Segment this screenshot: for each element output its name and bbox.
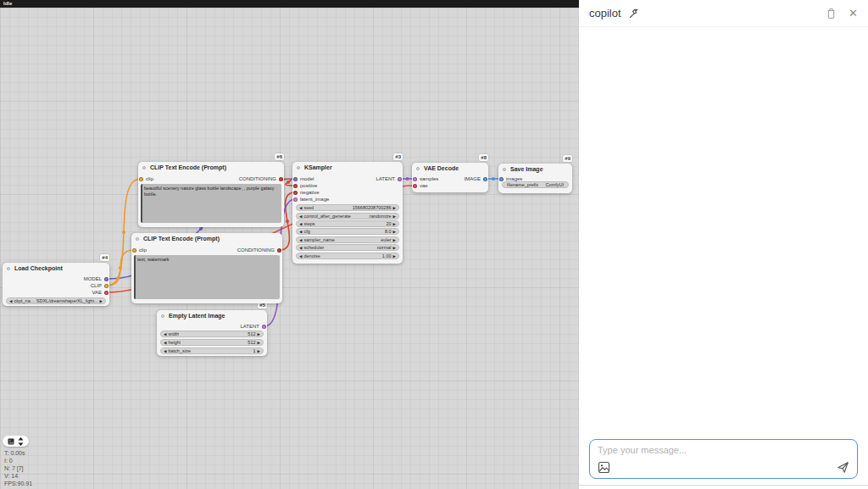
widget-value: 1.00 bbox=[382, 253, 392, 258]
widget-right-arrow[interactable]: ▶ bbox=[100, 299, 103, 303]
slot-dot-icon[interactable] bbox=[277, 248, 281, 253]
node-save-image[interactable]: Save Imageimagesfilename_prefixComfyUI bbox=[498, 164, 572, 193]
stat-nodes: N: 7 [7] bbox=[4, 464, 32, 472]
stat-version: V: 14 bbox=[4, 472, 32, 480]
widget-left-arrow[interactable]: ◀ bbox=[164, 332, 166, 336]
input-slot-clip[interactable]: clip bbox=[132, 247, 147, 253]
output-slot-LATENT[interactable]: LATENT bbox=[240, 323, 266, 330]
slot-dot-icon[interactable] bbox=[104, 277, 108, 281]
send-button[interactable] bbox=[837, 461, 849, 474]
slot-label: MODEL bbox=[84, 275, 102, 282]
node-canvas[interactable]: Idle Load CheckpointMODELCLIPVAE◀ckpt_na… bbox=[0, 0, 579, 489]
widget-width[interactable]: ◀width512▶ bbox=[160, 331, 264, 337]
input-slot-latent_image[interactable]: latent_image bbox=[293, 196, 329, 203]
widget-left-arrow[interactable]: ◀ bbox=[299, 214, 302, 219]
slot-dot-icon[interactable] bbox=[398, 177, 402, 181]
widget-left-arrow[interactable]: ◀ bbox=[164, 349, 166, 353]
widget-filename_prefix[interactable]: filename_prefixComfyUI bbox=[502, 181, 569, 188]
widget-right-arrow[interactable]: ▶ bbox=[393, 254, 396, 258]
output-slot-CONDITIONING[interactable]: CONDITIONING bbox=[237, 247, 281, 253]
stat-fps: FPS:90.91 bbox=[4, 480, 32, 487]
widget-seed[interactable]: ◀seed156680208700286▶ bbox=[296, 204, 399, 211]
updown-arrows-icon[interactable] bbox=[18, 437, 24, 446]
slot-dot-icon[interactable] bbox=[413, 184, 417, 188]
output-slot-IMAGE[interactable]: IMAGE bbox=[465, 175, 487, 182]
widget-cfg[interactable]: ◀cfg8.0▶ bbox=[296, 228, 399, 235]
input-slot-clip[interactable]: clip bbox=[139, 175, 153, 182]
widget-sampler_name[interactable]: ◀sampler_nameeuler▶ bbox=[296, 236, 399, 243]
output-slot-LATENT[interactable]: LATENT bbox=[376, 175, 402, 182]
widget-right-arrow[interactable]: ▶ bbox=[258, 341, 260, 345]
slot-dot-icon[interactable] bbox=[293, 191, 298, 195]
slot-dot-icon[interactable] bbox=[279, 177, 283, 181]
slot-dot-icon[interactable] bbox=[104, 284, 108, 288]
prompt-textarea[interactable]: beautiful scenery nature glass bottle la… bbox=[141, 184, 281, 223]
widget-right-arrow[interactable]: ▶ bbox=[258, 349, 260, 353]
node-vae-decode[interactable]: VAE DecodesamplesvaeIMAGE bbox=[412, 163, 488, 192]
widget-steps[interactable]: ◀steps20▶ bbox=[296, 220, 399, 227]
chat-input-box[interactable]: Type your message... bbox=[589, 439, 858, 479]
slot-dot-icon[interactable] bbox=[293, 177, 298, 181]
widget-right-arrow[interactable]: ▶ bbox=[393, 206, 396, 210]
input-slot-negative[interactable]: negative bbox=[293, 189, 320, 196]
status-label: Idle bbox=[3, 1, 12, 6]
widget-value: normal bbox=[377, 245, 392, 250]
widget-right-arrow[interactable]: ▶ bbox=[393, 222, 396, 226]
output-slot-MODEL[interactable]: MODEL bbox=[84, 275, 108, 282]
widget-left-arrow[interactable]: ◀ bbox=[299, 246, 302, 250]
image-preview-icon[interactable] bbox=[8, 438, 14, 445]
widget-left-arrow[interactable]: ◀ bbox=[299, 222, 302, 226]
node-load-checkpoint[interactable]: Load CheckpointMODELCLIPVAE◀ckpt_nameSDX… bbox=[3, 263, 109, 306]
widget-left-arrow[interactable]: ◀ bbox=[164, 341, 166, 345]
widget-batch_size[interactable]: ◀batch_size1▶ bbox=[160, 347, 264, 354]
widget-right-arrow[interactable]: ▶ bbox=[393, 230, 396, 234]
output-slot-CONDITIONING[interactable]: CONDITIONING bbox=[239, 175, 283, 182]
node-clip-text-encode-negative[interactable]: CLIP Text Encode (Prompt)clipCONDITIONIN… bbox=[131, 233, 282, 303]
clear-chat-button[interactable] bbox=[826, 8, 837, 19]
prompt-textarea[interactable]: text, watermark bbox=[134, 255, 280, 299]
widget-label: scheduler bbox=[303, 245, 324, 250]
slot-label: negative bbox=[300, 189, 320, 196]
slot-dot-icon[interactable] bbox=[483, 177, 487, 181]
slot-dot-icon[interactable] bbox=[104, 291, 108, 295]
node-clip-text-encode-positive[interactable]: CLIP Text Encode (Prompt)clipCONDITIONIN… bbox=[138, 162, 284, 227]
slot-label: CLIP bbox=[91, 282, 102, 289]
slot-dot-icon[interactable] bbox=[262, 325, 266, 329]
input-slot-samples[interactable]: samples bbox=[413, 175, 438, 182]
widget-value: euler bbox=[381, 237, 391, 242]
widget-left-arrow[interactable]: ◀ bbox=[9, 299, 12, 303]
widget-right-arrow[interactable]: ▶ bbox=[393, 214, 396, 219]
stat-iterations: I: 0 bbox=[4, 457, 32, 464]
widget-ckpt_name[interactable]: ◀ckpt_nameSDXL/dreamshaperXL_light...▶ bbox=[6, 297, 106, 304]
slot-dot-icon[interactable] bbox=[413, 177, 417, 181]
widget-denoise[interactable]: ◀denoise1.00▶ bbox=[296, 253, 399, 259]
widget-left-arrow[interactable]: ◀ bbox=[299, 254, 302, 258]
widget-left-arrow[interactable]: ◀ bbox=[299, 230, 302, 234]
output-slot-CLIP[interactable]: CLIP bbox=[91, 282, 108, 289]
widget-left-arrow[interactable]: ◀ bbox=[299, 238, 302, 242]
input-slot-positive[interactable]: positive bbox=[293, 182, 317, 189]
slot-dot-icon[interactable] bbox=[139, 177, 143, 181]
widget-right-arrow[interactable]: ▶ bbox=[258, 332, 260, 336]
widget-control_after_generate[interactable]: ◀control_after_generaterandomize▶ bbox=[296, 213, 399, 219]
slot-dot-icon[interactable] bbox=[293, 184, 298, 188]
slot-dot-icon[interactable] bbox=[499, 177, 504, 181]
node-ksampler[interactable]: KSamplermodelpositivenegativelatent_imag… bbox=[292, 162, 403, 264]
close-panel-button[interactable]: ✕ bbox=[849, 8, 858, 19]
widget-left-arrow[interactable]: ◀ bbox=[299, 206, 302, 210]
app-window: Idle Load CheckpointMODELCLIPVAE◀ckpt_na… bbox=[0, 0, 868, 489]
widget-right-arrow[interactable]: ▶ bbox=[393, 246, 396, 250]
node-empty-latent-image[interactable]: Empty Latent ImageLATENT◀width512▶◀heigh… bbox=[157, 310, 267, 356]
slot-dot-icon[interactable] bbox=[132, 248, 136, 253]
widget-scheduler[interactable]: ◀schedulernormal▶ bbox=[296, 244, 399, 251]
slot-label: LATENT bbox=[376, 175, 395, 182]
widget-right-arrow[interactable]: ▶ bbox=[393, 238, 396, 242]
attach-image-button[interactable] bbox=[598, 461, 610, 474]
slot-dot-icon[interactable] bbox=[293, 197, 298, 202]
widget-height[interactable]: ◀height512▶ bbox=[160, 339, 264, 346]
input-slot-model[interactable]: model bbox=[293, 175, 314, 182]
canvas-toolbar[interactable] bbox=[3, 436, 29, 447]
slot-label: vae bbox=[420, 182, 428, 189]
output-slot-VAE[interactable]: VAE bbox=[92, 289, 108, 296]
input-slot-vae[interactable]: vae bbox=[413, 182, 428, 189]
